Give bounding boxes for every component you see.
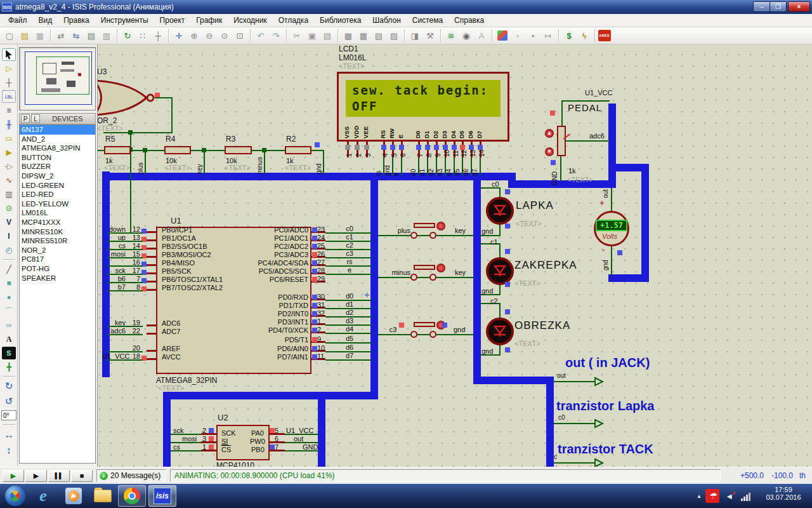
wire[interactable] xyxy=(378,235,473,236)
schematic-overview[interactable] xyxy=(19,47,96,110)
u1-pin[interactable]: b78PB7/TOSC2/XTAL2 xyxy=(102,284,311,292)
undo-icon[interactable]: ↶ xyxy=(254,29,268,43)
led-lapka[interactable] xyxy=(486,197,514,225)
lcd-pin[interactable]: 6e xyxy=(397,141,407,177)
wire[interactable] xyxy=(499,243,501,257)
junction-dot-icon[interactable]: ┼ xyxy=(2,76,16,89)
menu-view[interactable]: Вид xyxy=(33,15,58,26)
output-terminal[interactable] xyxy=(589,377,605,387)
media-player-icon[interactable]: ▶ xyxy=(60,485,88,507)
push-button[interactable] xyxy=(414,265,435,270)
device-item[interactable]: POT-HG xyxy=(20,264,95,274)
voltage-probe-icon[interactable]: V xyxy=(2,216,16,229)
menu-edit[interactable]: Правка xyxy=(58,15,95,26)
wire[interactable] xyxy=(554,423,591,424)
volume-muted-icon[interactable]: ◄✕ xyxy=(723,484,738,508)
toggle-origin-icon[interactable]: ┼ xyxy=(151,29,166,43)
flip-vertical-icon[interactable]: ↕ xyxy=(2,443,16,456)
wire-autorouter-icon[interactable]: ≋ xyxy=(444,29,459,43)
menu-tools[interactable]: Инструменты xyxy=(95,15,154,26)
remove-sheet-icon[interactable]: ▪ xyxy=(526,29,540,43)
save-design-icon[interactable]: ▦ xyxy=(33,29,48,43)
menu-file[interactable]: Файл xyxy=(3,15,33,26)
network-icon[interactable] xyxy=(738,484,752,508)
text-script-icon[interactable]: ≡ xyxy=(2,104,16,117)
device-item[interactable]: SPEAKER xyxy=(20,274,95,283)
wire[interactable] xyxy=(323,151,324,174)
menu-source[interactable]: Исходник xyxy=(228,15,272,26)
rotate-ccw-icon[interactable]: ↺ xyxy=(2,395,16,408)
message-panel[interactable]: i 20 Message(s) xyxy=(96,469,166,482)
block-delete-icon[interactable]: ▨ xyxy=(387,29,402,43)
lcd-pin[interactable]: 2 xyxy=(353,141,363,177)
button-actuator[interactable] xyxy=(436,222,445,231)
component-mode-icon[interactable]: ▷ xyxy=(2,62,16,75)
device-item[interactable]: LED-RED xyxy=(20,190,95,199)
bus[interactable] xyxy=(473,180,481,384)
led-zakrepka[interactable] xyxy=(486,257,514,285)
wire[interactable] xyxy=(480,157,481,175)
device-item[interactable]: BUTTON xyxy=(20,153,95,163)
menu-help[interactable]: Справка xyxy=(449,15,490,26)
wire[interactable] xyxy=(378,277,473,278)
wire[interactable] xyxy=(562,100,610,102)
device-item[interactable]: LED-GREEN xyxy=(20,181,95,190)
wire[interactable] xyxy=(191,150,226,151)
push-button[interactable] xyxy=(414,223,435,228)
wire[interactable] xyxy=(565,140,610,142)
resistor[interactable] xyxy=(104,146,131,154)
open-design-icon[interactable]: ▤ xyxy=(18,29,32,43)
zoom-in-icon[interactable]: ⊕ xyxy=(187,29,202,43)
resistor[interactable] xyxy=(225,146,252,154)
2d-circle-icon[interactable]: ● xyxy=(2,291,16,304)
redo-icon[interactable]: ↷ xyxy=(269,29,284,43)
resistor[interactable] xyxy=(164,146,191,154)
push-button[interactable] xyxy=(414,322,435,327)
bus[interactable] xyxy=(641,164,649,282)
start-button[interactable] xyxy=(1,485,29,507)
search-tag-icon[interactable]: ◉ xyxy=(459,29,474,43)
block-rotate-icon[interactable]: ▧ xyxy=(372,29,386,43)
resistor[interactable] xyxy=(285,146,311,154)
stop-button[interactable]: ■ xyxy=(71,470,93,482)
device-item[interactable]: NOR_2 xyxy=(20,246,95,255)
lcd-pin[interactable]: 14d7 xyxy=(476,141,486,177)
menu-design[interactable]: Проект xyxy=(154,15,191,26)
pick-button[interactable]: P xyxy=(21,114,30,123)
electrical-check-icon[interactable]: ϟ xyxy=(577,29,592,43)
close-button[interactable]: × xyxy=(788,1,810,12)
import-section-icon[interactable]: ⇄ xyxy=(54,29,69,43)
wire[interactable] xyxy=(204,151,205,174)
menu-debug[interactable]: Отладка xyxy=(273,15,314,26)
wire[interactable] xyxy=(311,150,324,151)
menu-graph[interactable]: График xyxy=(190,15,228,26)
2d-line-icon[interactable]: ╱ xyxy=(2,263,16,276)
2d-arc-icon[interactable]: ⌒ xyxy=(2,305,16,318)
nor-gate[interactable] xyxy=(97,77,158,118)
device-item[interactable]: DIPSW_2 xyxy=(20,171,95,181)
bill-of-materials-icon[interactable]: $ xyxy=(562,29,577,43)
menu-library[interactable]: Библиотека xyxy=(314,15,367,26)
2d-box-icon[interactable]: ■ xyxy=(2,277,16,290)
potentiometer[interactable] xyxy=(557,126,566,156)
make-device-icon[interactable]: ⚒ xyxy=(423,29,438,43)
export-section-icon[interactable]: ⇆ xyxy=(69,29,84,43)
wire[interactable] xyxy=(499,224,501,236)
block-copy-icon[interactable]: ▩ xyxy=(341,29,356,43)
wire[interactable] xyxy=(561,100,563,127)
wire[interactable] xyxy=(103,132,173,133)
button-actuator[interactable] xyxy=(436,264,445,272)
bus[interactable] xyxy=(546,377,554,467)
pot-increase-button[interactable]: ▲ xyxy=(545,129,554,138)
redraw-icon[interactable]: ↻ xyxy=(121,29,135,43)
output-terminal[interactable] xyxy=(589,418,605,429)
wire[interactable] xyxy=(481,235,500,236)
zoom-all-icon[interactable]: ⊙ xyxy=(218,29,232,43)
wire[interactable] xyxy=(554,381,591,382)
bus[interactable] xyxy=(512,180,616,188)
terminal-mode-icon[interactable]: ▶ xyxy=(2,146,16,159)
bus[interactable] xyxy=(370,180,378,399)
device-item[interactable]: 6N137 xyxy=(20,125,95,135)
rotation-angle-field[interactable] xyxy=(1,410,16,420)
u1-pin[interactable]: 11d7PD7/AIN1 xyxy=(311,353,419,361)
